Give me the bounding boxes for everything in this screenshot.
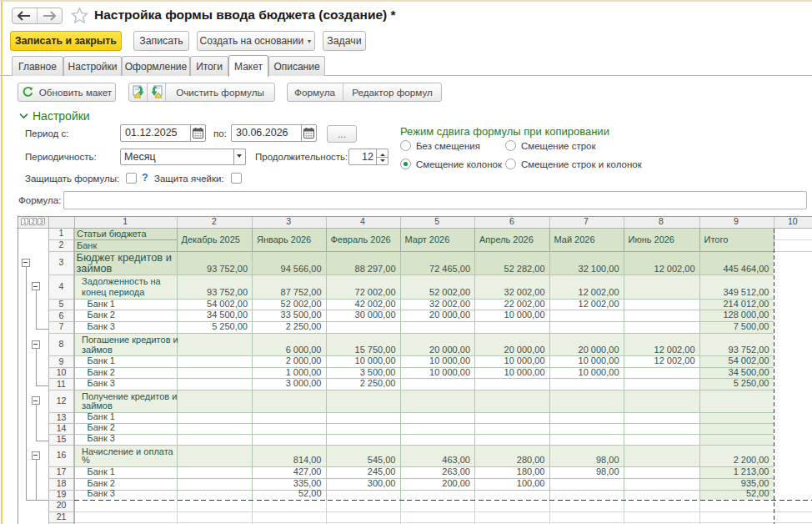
svg-text:займов: займов <box>82 401 113 411</box>
svg-text:Погашение кредитов и: Погашение кредитов и <box>82 335 178 345</box>
svg-text:6 000,00: 6 000,00 <box>286 345 322 355</box>
svg-text:2 000,00: 2 000,00 <box>286 355 322 365</box>
svg-text:Банк 3: Банк 3 <box>88 433 115 443</box>
svg-text:Банк 3: Банк 3 <box>88 488 115 498</box>
svg-text:54 002,00: 54 002,00 <box>207 299 248 309</box>
svg-text:Итого: Итого <box>704 234 729 244</box>
svg-text:34 500,00: 34 500,00 <box>729 367 769 377</box>
svg-text:10 000,00: 10 000,00 <box>579 355 619 365</box>
svg-text:Январь 2026: Январь 2026 <box>257 234 311 244</box>
svg-text:20: 20 <box>57 500 67 510</box>
svg-text:2: 2 <box>212 216 217 226</box>
svg-text:займов: займов <box>82 345 113 355</box>
svg-text:52,00: 52,00 <box>298 488 322 498</box>
svg-text:6: 6 <box>509 216 514 226</box>
svg-text:935,00: 935,00 <box>741 478 769 488</box>
svg-text:Банк 2: Банк 2 <box>88 367 115 377</box>
svg-text:1: 1 <box>23 219 27 224</box>
svg-text:10: 10 <box>57 367 67 377</box>
svg-text:8: 8 <box>59 339 64 349</box>
svg-text:4: 4 <box>59 281 64 291</box>
svg-text:2: 2 <box>59 239 64 249</box>
svg-text:13: 13 <box>57 412 67 422</box>
svg-text:Получение кредитов и: Получение кредитов и <box>82 391 177 401</box>
svg-text:2: 2 <box>32 219 35 224</box>
svg-text:93 752,00: 93 752,00 <box>207 264 248 274</box>
svg-text:16: 16 <box>57 450 67 460</box>
svg-text:9: 9 <box>734 216 739 226</box>
svg-text:18: 18 <box>57 478 67 488</box>
svg-text:7: 7 <box>59 321 64 331</box>
svg-text:15 750,00: 15 750,00 <box>355 345 396 355</box>
svg-text:128 000,00: 128 000,00 <box>723 310 769 320</box>
svg-text:10 000,00: 10 000,00 <box>504 367 545 377</box>
svg-text:814,00: 814,00 <box>293 455 322 465</box>
svg-text:5 250,00: 5 250,00 <box>734 378 769 388</box>
svg-text:93 752,00: 93 752,00 <box>729 345 769 355</box>
svg-text:Банк 2: Банк 2 <box>88 478 115 488</box>
svg-text:200,00: 200,00 <box>442 478 470 488</box>
svg-text:Задолженность на: Задолженность на <box>82 276 162 286</box>
svg-text:545,00: 545,00 <box>368 455 396 465</box>
svg-text:34 500,00: 34 500,00 <box>207 310 248 320</box>
svg-text:12 002,00: 12 002,00 <box>654 355 695 365</box>
svg-text:300,00: 300,00 <box>368 478 396 488</box>
svg-text:100,00: 100,00 <box>517 478 545 488</box>
svg-text:Банк 1: Банк 1 <box>88 411 115 421</box>
svg-text:займов: займов <box>77 262 113 275</box>
svg-text:Начисление и оплата: Начисление и оплата <box>82 446 174 456</box>
svg-text:Май 2026: Май 2026 <box>554 234 595 244</box>
svg-text:52 282,00: 52 282,00 <box>504 264 545 274</box>
svg-text:17: 17 <box>57 466 67 476</box>
svg-text:52 002,00: 52 002,00 <box>281 299 322 309</box>
svg-text:10 000,00: 10 000,00 <box>429 355 470 365</box>
svg-text:30 000,00: 30 000,00 <box>355 310 396 320</box>
svg-text:Банк: Банк <box>77 240 97 250</box>
svg-text:280,00: 280,00 <box>517 455 545 465</box>
svg-text:20 000,00: 20 000,00 <box>504 345 545 355</box>
svg-text:5 250,00: 5 250,00 <box>212 321 248 331</box>
svg-text:10 000,00: 10 000,00 <box>504 310 545 320</box>
svg-text:52,00: 52,00 <box>746 488 769 498</box>
svg-text:32 002,00: 32 002,00 <box>429 299 470 309</box>
svg-text:Статьи бюджета: Статьи бюджета <box>77 229 147 239</box>
svg-text:19: 19 <box>57 489 67 499</box>
svg-text:4: 4 <box>360 216 365 226</box>
svg-text:9: 9 <box>59 356 64 366</box>
svg-text:12 002,00: 12 002,00 <box>654 264 695 274</box>
svg-text:14: 14 <box>57 423 67 433</box>
svg-text:32 002,00: 32 002,00 <box>504 287 545 297</box>
svg-text:15: 15 <box>57 434 67 444</box>
svg-text:22 002,00: 22 002,00 <box>504 299 545 309</box>
svg-text:349 512,00: 349 512,00 <box>723 287 769 297</box>
svg-text:Декабрь 2025: Декабрь 2025 <box>182 234 240 244</box>
svg-text:98,00: 98,00 <box>596 466 619 476</box>
svg-text:Банк 3: Банк 3 <box>88 378 115 388</box>
svg-text:Банк 1: Банк 1 <box>88 355 115 365</box>
svg-text:33 500,00: 33 500,00 <box>281 310 322 320</box>
svg-text:конец периода: конец периода <box>82 287 145 297</box>
svg-text:32 100,00: 32 100,00 <box>579 264 619 274</box>
svg-text:1: 1 <box>59 228 64 238</box>
svg-text:1 000,00: 1 000,00 <box>286 367 322 377</box>
svg-text:2 200,00: 2 200,00 <box>734 455 769 465</box>
svg-text:7: 7 <box>584 216 589 226</box>
svg-text:3 000,00: 3 000,00 <box>286 378 322 388</box>
svg-text:12 002,00: 12 002,00 <box>579 287 619 297</box>
svg-text:21: 21 <box>57 511 67 521</box>
svg-text:Банк 1: Банк 1 <box>88 466 115 476</box>
svg-text:54 002,00: 54 002,00 <box>729 355 769 365</box>
svg-text:10 000,00: 10 000,00 <box>355 355 396 365</box>
svg-text:Банк 1: Банк 1 <box>88 299 115 309</box>
svg-text:52 002,00: 52 002,00 <box>429 287 470 297</box>
svg-text:10: 10 <box>788 216 798 226</box>
svg-text:6: 6 <box>59 310 64 320</box>
svg-text:5: 5 <box>59 299 64 309</box>
svg-text:10 000,00: 10 000,00 <box>579 367 619 377</box>
svg-text:42 002,00: 42 002,00 <box>355 299 396 309</box>
svg-text:Апрель 2026: Апрель 2026 <box>479 234 534 244</box>
svg-text:Март 2026: Март 2026 <box>405 234 450 244</box>
svg-text:20 000,00: 20 000,00 <box>429 310 470 320</box>
svg-text:3: 3 <box>40 219 43 224</box>
svg-text:Банк 2: Банк 2 <box>88 422 115 432</box>
